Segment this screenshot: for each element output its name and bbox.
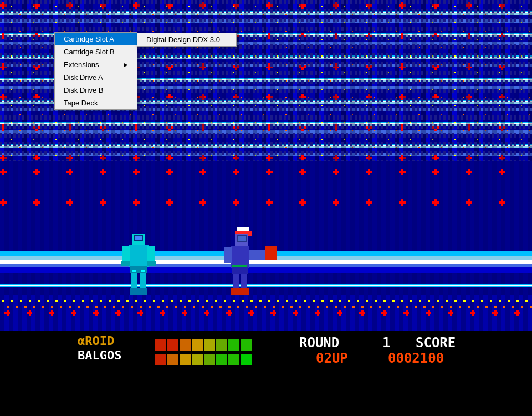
menu-disk-drive-b[interactable]: Disk Drive B	[55, 84, 137, 97]
cartridge-submenu: Digital Design DDX 3.0	[137, 33, 237, 47]
menu-cartridge-slot-b[interactable]: Cartridge Slot B	[55, 45, 137, 58]
menu-extensions[interactable]: Extensions	[55, 58, 137, 71]
menu-cartridge-slot-a[interactable]: Cartridge Slot A Digital Design DDX 3.0	[55, 33, 137, 45]
menu-tape-deck[interactable]: Tape Deck	[55, 97, 137, 109]
media-dropdown: Cartridge Slot A Digital Design DDX 3.0 …	[54, 32, 137, 110]
menu-disk-drive-a[interactable]: Disk Drive A	[55, 71, 137, 84]
submenu-digital-design-ddx[interactable]: Digital Design DDX 3.0	[137, 33, 236, 46]
